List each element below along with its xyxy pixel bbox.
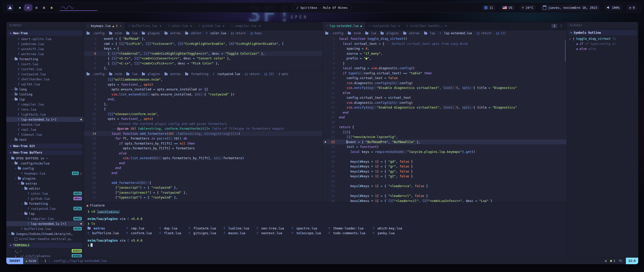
workspace-button-1[interactable]: ◉	[17, 5, 23, 11]
outline-item-if[interactable]: ◈ifif type(config.vi	[567, 41, 638, 46]
tree-item-rustywind-lua[interactable]: ☾rustywind.lua#726	[6, 206, 84, 211]
code-line-18[interactable]: 18 else	[84, 151, 323, 156]
breadcrumb-item-editor[interactable]: editor	[185, 31, 202, 35]
tree-item-smart-splits-lua[interactable]: ☾smart-splits.lua	[6, 36, 84, 41]
code-line-12[interactable]: 12 else	[323, 90, 567, 95]
breadcrumb-item-return[interactable]: {}return	[231, 31, 246, 35]
breadcrumb-item-keys[interactable]: {}keys	[250, 31, 262, 35]
terminal-body[interactable]: ❯ cd lua/plugins/nvim/lua/plugins via ☾ …	[84, 209, 567, 257]
code-line-7[interactable]: 7 { [1]"<S-C>", [2]"<cmd>CccConvert<cr>"…	[84, 56, 323, 61]
tree-item-undotree-lua[interactable]: ☾undotree.lua	[6, 41, 84, 46]
code-line-20[interactable]: 20 end	[84, 161, 323, 166]
keyboard-indicator[interactable]: 11	[482, 5, 496, 11]
code-line-19[interactable]: 19return {	[323, 125, 567, 130]
breadcrumb-item-extras[interactable]: extras	[165, 72, 181, 76]
code-line-13[interactable]: 13 ---@param tbl table<string, conform.F…	[84, 126, 323, 131]
scrollbar-handle[interactable]	[565, 40, 566, 61]
close-icon[interactable]: ×	[445, 24, 447, 28]
tree-item-bufferline-lua[interactable]: ☾bufferline.lua#328	[6, 226, 84, 231]
tree-item-color-lua[interactable]: ☾color.lua#493	[6, 191, 84, 196]
workspace-button-4[interactable]: ▥	[41, 5, 47, 11]
tab-compiler-lua[interactable]: ☾compiler.lua×	[228, 22, 264, 30]
code-line-14[interactable]: 14 vim.diagnostic.config(opts: config)	[323, 100, 567, 105]
code-line-8[interactable]: 8 if type(v: config.virtual_text) == "ta…	[323, 71, 567, 76]
code-line-6[interactable]: 6 { [1]"<leader>uC", [2]"<cmd>CccHighlig…	[84, 51, 323, 56]
code-line-9[interactable]: 9 {	[84, 107, 323, 112]
tree-item-editor[interactable]: ▾editor	[6, 186, 84, 191]
tree-item-c-n-l-plugins[interactable]: ›_~/.c/n/l/plugins#3980	[6, 253, 84, 257]
close-icon[interactable]: ×	[223, 24, 224, 28]
code-line-21[interactable]: 21 end	[84, 165, 323, 171]
code-line-30[interactable]: 30	[323, 179, 567, 184]
section-header-terminals[interactable]: ▾TERMINALS	[8, 243, 82, 248]
code-line-33[interactable]: 33 keys[#keys + 1] = { "<leader>cl", fal…	[323, 193, 567, 198]
breadcrumb-item-config[interactable]: .config	[325, 31, 343, 35]
tree-item-repl-lua[interactable]: ☾repl.lua	[6, 127, 84, 132]
breadcrumb-item-2[interactable]: {}[2]	[264, 72, 274, 76]
tree-item-compiler-lua[interactable]: ☾compiler.lua	[6, 102, 84, 107]
tree-item-worktree-lua[interactable]: ☾worktree.lua	[6, 51, 84, 56]
code-line-12[interactable]: 12 --- Extend the conform plugin config …	[84, 121, 323, 126]
code-line-19[interactable]: 19 vim.list_extend(dst: opts.formatters_…	[84, 156, 323, 161]
breadcrumb-item-lsp-extended-lua[interactable]: ☾lsp-extended.lua	[439, 31, 472, 35]
tree-item-rustfmt-lua[interactable]: ☾rustfmt.lua	[6, 66, 84, 72]
code-line-16[interactable]: 16 end	[323, 110, 567, 115]
code-line-10[interactable]: 10 [1]"stevearc/conform.nvim",	[84, 112, 323, 117]
code-line-24[interactable]: 24 add_formatters(tbl: {	[84, 180, 323, 185]
close-icon[interactable]: ×	[259, 24, 261, 28]
code-line-17[interactable]: 17end	[323, 115, 567, 120]
code-line-8[interactable]: 8 { [1]"<C-c>", [2]"<cmd>CccPick<cr>", d…	[84, 61, 323, 66]
close-icon[interactable]: ×	[398, 24, 400, 28]
code-line-31[interactable]: 31 keys[#keys + 1] = { "<leader>ca", fal…	[323, 184, 567, 189]
code-line-21[interactable]: 21 [1]"neovim/nvim-lspconfig",	[323, 134, 567, 140]
code-line-25[interactable]: 25	[323, 154, 567, 159]
tab-github-lua[interactable]: ☾github.lua×	[195, 22, 228, 30]
breadcrumb-item-config[interactable]: .config	[87, 31, 104, 35]
code-line-32[interactable]: 32	[323, 189, 567, 194]
tree-item-lsp-extended-lu[interactable]: ☾lsp-extended.lu[+]●	[6, 117, 84, 122]
tree-item-config[interactable]: ▾config	[6, 166, 84, 171]
code-line-1[interactable]: 1local function toggle_diag_virtext()	[323, 36, 567, 41]
breadcrumb-item-lua[interactable]: lua	[126, 72, 137, 76]
code-line-7[interactable]: 7 end,	[84, 97, 323, 102]
weather-widget[interactable]: ☀24°C	[519, 5, 536, 11]
breadcrumb-item-1[interactable]: {}[1]	[496, 31, 506, 35]
code-line-11[interactable]: 11 vim.notify(msg: "Disable diagnostics …	[323, 85, 567, 90]
breadcrumb-item-color-lua[interactable]: ☾color.lua	[206, 31, 226, 35]
breadcrumb-item-return[interactable]: []return	[245, 72, 260, 76]
workspace-button-5[interactable]: ▣	[49, 5, 55, 11]
code-line-25[interactable]: 25 ["javascript"] = { "rustywind" },	[84, 185, 323, 190]
breadcrumb-item-plugins[interactable]: plugins	[142, 31, 160, 35]
code-line-6[interactable]: 6 vim.list_extend(dst: opts.ensure_insta…	[84, 92, 323, 97]
code-line-27[interactable]: 27 ["typescript"] = { "rustywind" },	[84, 195, 323, 200]
tab-page-1[interactable]: 1	[551, 24, 557, 28]
breadcrumb-item-plugins[interactable]: plugins	[381, 31, 398, 35]
code-line-20[interactable]: 20 [1]{	[323, 130, 567, 135]
code-line-27[interactable]: 27 keys[#keys + 1] = { "gr", false }	[323, 164, 567, 169]
code-line-23[interactable]: 23	[84, 175, 323, 180]
code-line-26[interactable]: 26 keys[#keys + 1] = { "gd", false }	[323, 159, 567, 164]
tab-scrollbar-handle[interactable]: ☾scrollbar-handle-…×	[403, 22, 450, 30]
tree-item-config-nvim-lua[interactable]: ▾.config/nvim/lua	[6, 161, 84, 166]
workspace-button-3[interactable]: ▤	[33, 5, 39, 11]
breadcrumb-item-return[interactable]: []return	[476, 31, 492, 35]
tab-bufferline-lua[interactable]: ☾bufferline.lua×	[125, 22, 165, 30]
code-line-11[interactable]: 11 opts = function(_, opts)	[84, 116, 323, 121]
tree-item-isort-lua[interactable]: ☾isort.lua	[6, 61, 84, 66]
tree-item-item[interactable]: ›_~#2859	[6, 248, 84, 253]
layout-indicator[interactable]: US	[500, 5, 515, 11]
code-line-26[interactable]: 26 ["javascriptreact"] = { "rustywind" }…	[84, 190, 323, 195]
breadcrumb-item-nvim[interactable]: nvim	[109, 72, 122, 76]
code-line-2[interactable]: 2 local virtual_text = { -- Default virt…	[323, 41, 567, 46]
code-line-5[interactable]: 5 keys = {	[84, 46, 323, 51]
breadcrumb-item-plugins[interactable]: plugins	[142, 72, 160, 76]
outline-item-toggle-diag-virtext[interactable]: ▾ƒtoggle_diag_virtextfu	[567, 36, 638, 41]
tree-item-lens-lua[interactable]: ☾lens.lua	[6, 107, 84, 112]
breadcrumb-item-extras[interactable]: extras	[403, 31, 420, 35]
close-icon[interactable]: ×	[190, 24, 192, 28]
breadcrumb-item-extras[interactable]: extras	[165, 31, 181, 35]
topbar-scratch-input[interactable]	[60, 4, 97, 11]
breadcrumb-item-config[interactable]: .config	[87, 72, 104, 76]
tree-item-formatting[interactable]: ▾formatting	[6, 56, 84, 61]
breadcrumb-item-formatting[interactable]: formatting	[185, 72, 208, 76]
